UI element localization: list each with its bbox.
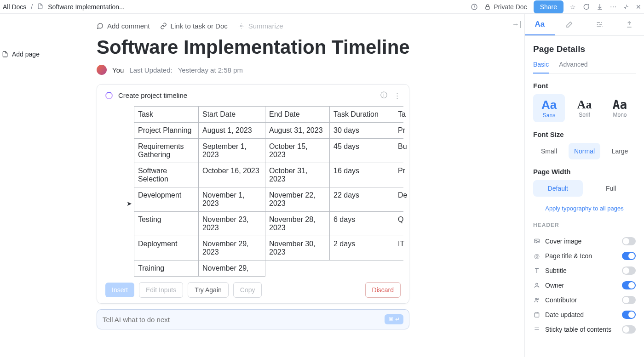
table-cell[interactable]: November 30, 2023: [265, 236, 330, 261]
table-row[interactable]: Software SelectionOctober 16, 2023Octobe…: [134, 163, 403, 187]
table-cell[interactable]: November 23, 2023: [199, 212, 265, 236]
subtab-basic[interactable]: Basic: [533, 61, 549, 74]
table-cell[interactable]: October 31, 2023: [265, 163, 330, 187]
edit-inputs-button[interactable]: Edit Inputs: [139, 282, 183, 298]
toggle-contributor-switch[interactable]: [622, 296, 636, 304]
table-cell[interactable]: November 1, 2023: [199, 187, 265, 212]
table-cell[interactable]: Development: [134, 187, 199, 212]
add-page-button[interactable]: Add page: [2, 51, 92, 58]
table-cell[interactable]: November 22, 2023: [265, 187, 330, 212]
toggle-owner: Owner: [533, 278, 636, 293]
insert-button[interactable]: Insert: [105, 283, 134, 297]
font-sans[interactable]: AaSans: [533, 94, 565, 122]
ai-followup-input[interactable]: [103, 316, 385, 323]
table-cell[interactable]: De: [394, 187, 403, 212]
tab-export[interactable]: [614, 14, 644, 35]
tab-settings[interactable]: [585, 14, 615, 35]
font-mono[interactable]: AaMono: [604, 94, 636, 122]
table-cell[interactable]: 16 days: [330, 163, 394, 187]
share-button[interactable]: Share: [534, 0, 564, 13]
toggle-owner-label: Owner: [545, 282, 617, 289]
toggle-owner-switch[interactable]: [622, 281, 636, 289]
size-small[interactable]: Small: [533, 143, 565, 159]
table-cell[interactable]: 30 days: [330, 123, 394, 139]
table-cell[interactable]: November 29, 2023: [199, 236, 265, 261]
table-cell[interactable]: [330, 261, 394, 277]
size-large[interactable]: Large: [604, 143, 636, 159]
table-cell[interactable]: August 31, 2023: [265, 123, 330, 139]
table-row[interactable]: DevelopmentNovember 1, 2023November 22, …: [134, 187, 403, 212]
width-full[interactable]: Full: [586, 180, 636, 197]
table-row[interactable]: Project PlanningAugust 1, 2023August 31,…: [134, 123, 403, 139]
table-cell[interactable]: November 29,: [199, 261, 265, 277]
tab-design[interactable]: [555, 14, 585, 35]
width-default[interactable]: Default: [533, 180, 583, 197]
try-again-button[interactable]: Try Again: [188, 282, 229, 298]
table-cell[interactable]: [265, 261, 330, 277]
table-cell[interactable]: Testing: [134, 212, 199, 236]
privacy-indicator[interactable]: Private Doc: [484, 3, 527, 11]
table-cell[interactable]: 6 days: [330, 212, 394, 236]
svg-point-5: [536, 283, 538, 285]
table-cell[interactable]: Requirements Gathering: [134, 139, 199, 163]
page-title[interactable]: Software Implementation Timeline: [97, 36, 506, 58]
toggle-subtitle-switch[interactable]: [622, 266, 636, 275]
collapse-icon[interactable]: [623, 4, 629, 10]
size-normal[interactable]: Normal: [569, 143, 600, 159]
table-cell[interactable]: October 15, 2023: [265, 139, 330, 163]
breadcrumb-current[interactable]: Software Implementation...: [48, 3, 125, 11]
table-cell[interactable]: November 28, 2023: [265, 212, 330, 236]
kebab-icon[interactable]: ⋮: [394, 91, 401, 100]
tab-typography[interactable]: Aa: [525, 14, 555, 35]
table-row[interactable]: TrainingNovember 29,: [134, 261, 403, 277]
table-cell[interactable]: 2 days: [330, 236, 394, 261]
discard-button[interactable]: Discard: [365, 282, 401, 298]
toc-icon: [533, 326, 540, 333]
link-task-action[interactable]: Link to task or Doc: [160, 22, 228, 30]
toggle-cover-switch[interactable]: [622, 237, 636, 245]
table-cell[interactable]: Q: [394, 212, 403, 236]
table-cell[interactable]: Pr: [394, 163, 403, 187]
table-cell[interactable]: Bu: [394, 139, 403, 163]
toggle-subtitle-label: Subtitle: [545, 267, 617, 274]
owner-icon: [533, 282, 540, 289]
download-icon[interactable]: [596, 3, 604, 11]
table-cell[interactable]: 22 days: [330, 187, 394, 212]
subtab-advanced[interactable]: Advanced: [559, 61, 587, 73]
table-cell[interactable]: October 16, 2023: [199, 163, 265, 187]
close-icon[interactable]: ✕: [636, 3, 641, 11]
table-row[interactable]: Requirements GatheringSeptember 1, 2023O…: [134, 139, 403, 163]
comment-icon[interactable]: [582, 3, 590, 11]
doc-action-row: Add comment Link to task or Doc Summariz…: [97, 22, 506, 30]
font-serif[interactable]: AaSerif: [569, 94, 600, 122]
table-cell[interactable]: September 1, 2023: [199, 139, 265, 163]
breadcrumb-root[interactable]: All Docs: [3, 3, 26, 11]
table-row[interactable]: TestingNovember 23, 2023November 28, 202…: [134, 212, 403, 236]
toggle-toc-label: Sticky table of contents: [545, 326, 617, 333]
table-cell[interactable]: Pr: [394, 123, 403, 139]
sidebar-collapse-icon[interactable]: →|: [512, 20, 521, 28]
table-cell[interactable]: Training: [134, 261, 199, 277]
col-end: End Date: [265, 107, 330, 123]
copy-button[interactable]: Copy: [233, 282, 262, 298]
table-cell[interactable]: 45 days: [330, 139, 394, 163]
apply-typography-link[interactable]: Apply typography to all pages: [533, 205, 636, 212]
table-cell[interactable]: Project Planning: [134, 123, 199, 139]
table-cell[interactable]: August 1, 2023: [199, 123, 265, 139]
toggle-toc-switch[interactable]: [622, 325, 636, 334]
history-icon[interactable]: [471, 3, 478, 11]
more-icon[interactable]: ⋯: [610, 3, 616, 11]
star-icon[interactable]: ☆: [570, 3, 576, 11]
add-comment-action[interactable]: Add comment: [97, 22, 150, 30]
toggle-title-switch[interactable]: [622, 252, 636, 260]
table-cell[interactable]: Deployment: [134, 236, 199, 261]
summarize-action[interactable]: Summarize: [238, 22, 283, 30]
table-cell[interactable]: IT: [394, 236, 403, 261]
ai-followup-input-wrap[interactable]: ⌘ ↵: [97, 309, 409, 329]
info-icon[interactable]: ⓘ: [380, 91, 387, 100]
toggle-date-switch[interactable]: [622, 311, 636, 319]
table-row[interactable]: DeploymentNovember 29, 2023November 30, …: [134, 236, 403, 261]
table-cell[interactable]: Software Selection: [134, 163, 199, 187]
table-cell[interactable]: [394, 261, 403, 277]
author-avatar[interactable]: [97, 65, 107, 75]
